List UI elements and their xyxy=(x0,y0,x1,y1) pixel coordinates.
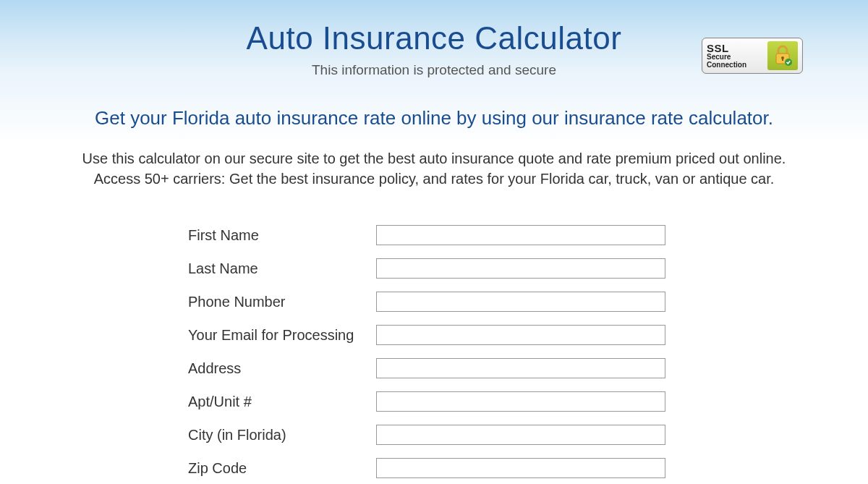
label-email: Your Email for Processing xyxy=(188,327,376,344)
input-zip[interactable] xyxy=(376,458,665,478)
label-zip: Zip Code xyxy=(188,460,376,477)
form-row-email: Your Email for Processing xyxy=(188,325,680,345)
header-area: Auto Insurance Calculator This informati… xyxy=(0,0,868,78)
label-phone: Phone Number xyxy=(188,294,376,310)
label-address: Address xyxy=(188,360,376,377)
lock-icon xyxy=(767,41,798,70)
ssl-badge: SSL Secure Connection xyxy=(702,38,803,74)
intro-section: Get your Florida auto insurance rate onl… xyxy=(0,107,868,189)
form-row-first-name: First Name xyxy=(188,225,680,245)
form-row-phone: Phone Number xyxy=(188,292,680,312)
form-area: First Name Last Name Phone Number Your E… xyxy=(188,225,680,478)
form-row-zip: Zip Code xyxy=(188,458,680,478)
form-row-address: Address xyxy=(188,358,680,378)
label-last-name: Last Name xyxy=(188,260,376,277)
label-first-name: First Name xyxy=(188,227,376,244)
label-apt: Apt/Unit # xyxy=(188,394,376,410)
form-row-city: City (in Florida) xyxy=(188,425,680,445)
label-city: City (in Florida) xyxy=(188,427,376,443)
input-last-name[interactable] xyxy=(376,258,665,279)
input-city[interactable] xyxy=(376,425,665,445)
form-row-last-name: Last Name xyxy=(188,258,680,279)
intro-body: Use this calculator on our secure site t… xyxy=(0,148,868,189)
input-address[interactable] xyxy=(376,358,665,378)
ssl-line3: Connection xyxy=(707,61,767,69)
input-email[interactable] xyxy=(376,325,665,345)
svg-rect-2 xyxy=(782,58,783,61)
intro-body-line1: Use this calculator on our secure site t… xyxy=(82,150,786,166)
form-row-apt: Apt/Unit # xyxy=(188,391,680,412)
intro-body-line2: Access 50+ carriers: Get the best insura… xyxy=(94,171,775,187)
ssl-line1: SSL xyxy=(707,43,767,54)
input-phone[interactable] xyxy=(376,292,665,312)
ssl-badge-text: SSL Secure Connection xyxy=(707,43,767,69)
input-first-name[interactable] xyxy=(376,225,665,245)
input-apt[interactable] xyxy=(376,391,665,412)
intro-heading: Get your Florida auto insurance rate onl… xyxy=(0,107,868,130)
